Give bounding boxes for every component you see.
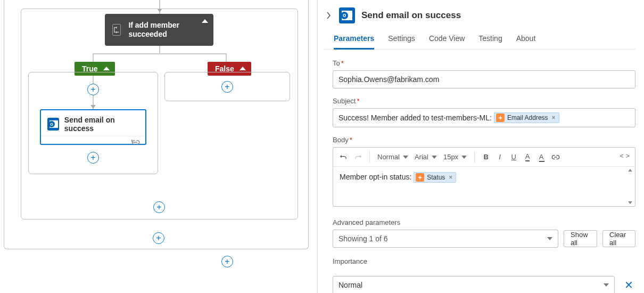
body-text: Member opt-in status:	[340, 173, 414, 181]
connector-line	[93, 76, 94, 84]
connector-line	[93, 53, 227, 54]
importance-dropdown[interactable]: Normal	[333, 276, 615, 293]
body-field[interactable]: Member opt-in status: ✦ Status ×	[333, 167, 635, 206]
code-view-toggle[interactable]: < >	[620, 152, 630, 160]
tab-code-view[interactable]: Code View	[429, 34, 465, 49]
scrollbar[interactable]	[626, 168, 634, 205]
italic-button[interactable]: I	[494, 150, 506, 164]
condition-icon	[112, 24, 121, 36]
remove-parameter-button[interactable]: ✕	[622, 279, 635, 291]
advanced-parameters-dropdown[interactable]: Showing 1 of 6	[333, 230, 558, 248]
action-card-title: Send email on success	[64, 116, 139, 133]
body-label: Body*	[333, 136, 635, 144]
outlook-icon	[47, 118, 59, 131]
add-action-button[interactable]: +	[153, 232, 164, 244]
collapse-icon[interactable]	[202, 19, 208, 23]
properties-panel: Send email on success Parameters Setting…	[318, 0, 644, 293]
to-label: To*	[333, 59, 635, 67]
mailchimp-icon: ✦	[496, 113, 505, 122]
font-color-button[interactable]: A	[522, 150, 533, 164]
show-all-button[interactable]: Show all	[564, 230, 597, 247]
rich-text-toolbar: Normal Arial 15px B I U A A < >	[333, 148, 635, 167]
importance-value: Normal	[338, 281, 362, 289]
collapse-icon[interactable]	[103, 67, 110, 71]
connector-line	[226, 53, 227, 62]
collapse-panel-button[interactable]	[324, 11, 333, 20]
paragraph-style-select[interactable]: Normal	[375, 153, 410, 161]
collapse-icon[interactable]	[240, 67, 246, 71]
add-action-button[interactable]: +	[221, 81, 233, 93]
condition-title: If add member succeeded	[128, 21, 194, 39]
condition-card[interactable]: If add member succeeded	[105, 14, 213, 46]
tab-testing[interactable]: Testing	[478, 34, 502, 49]
tab-about[interactable]: About	[516, 34, 536, 49]
tab-settings[interactable]: Settings	[388, 34, 415, 49]
insert-link-button[interactable]	[549, 150, 562, 164]
font-family-select[interactable]: Arial	[412, 153, 439, 161]
font-size-select[interactable]: 15px	[441, 153, 469, 161]
token-remove-icon[interactable]: ×	[552, 114, 556, 121]
workflow-canvas[interactable]: If add member succeeded True False +	[0, 0, 318, 293]
tab-parameters[interactable]: Parameters	[334, 34, 374, 50]
connector-line	[159, 46, 160, 53]
chevron-down-icon	[604, 283, 609, 287]
undo-button[interactable]	[337, 150, 350, 164]
add-action-button[interactable]: +	[87, 84, 99, 95]
dynamic-token-status[interactable]: ✦ Status ×	[414, 172, 456, 183]
advanced-parameters-label: Advanced parameters	[333, 218, 635, 226]
token-label: Status	[427, 174, 445, 181]
token-remove-icon[interactable]: ×	[449, 174, 452, 181]
action-card-send-email[interactable]: Send email on success	[40, 109, 146, 145]
redo-button[interactable]	[352, 150, 364, 164]
link-icon	[131, 137, 140, 147]
connector-line	[93, 53, 94, 62]
advanced-parameters-value: Showing 1 of 6	[338, 234, 388, 243]
body-editor: Normal Arial 15px B I U A A < > Member o…	[333, 147, 635, 207]
add-action-button[interactable]: +	[153, 201, 165, 213]
panel-tabs: Parameters Settings Code View Testing Ab…	[324, 29, 635, 50]
panel-title: Send email on success	[361, 10, 461, 21]
connector-arrow-icon	[90, 105, 96, 109]
subject-label: Subject*	[333, 97, 635, 105]
add-action-button[interactable]: +	[87, 152, 99, 164]
add-action-button[interactable]: +	[221, 256, 233, 267]
clear-all-button[interactable]: Clear all	[602, 230, 635, 247]
highlight-button[interactable]: A	[535, 150, 547, 164]
chevron-down-icon	[547, 237, 552, 240]
subject-value: Success! Member added to test-members-ML…	[338, 113, 492, 122]
dynamic-token-email-address[interactable]: ✦ Email Address ×	[494, 112, 559, 123]
importance-label: Importance	[333, 257, 635, 265]
outlook-icon	[339, 7, 355, 23]
bold-button[interactable]: B	[480, 150, 492, 164]
to-value: Sophia.Owens@fabrikam.com	[338, 75, 439, 84]
underline-button[interactable]: U	[508, 150, 519, 164]
to-field[interactable]: Sophia.Owens@fabrikam.com	[333, 70, 635, 88]
token-label: Email Address	[507, 114, 548, 121]
subject-field[interactable]: Success! Member added to test-members-ML…	[333, 108, 635, 127]
mailchimp-icon: ✦	[416, 173, 424, 182]
